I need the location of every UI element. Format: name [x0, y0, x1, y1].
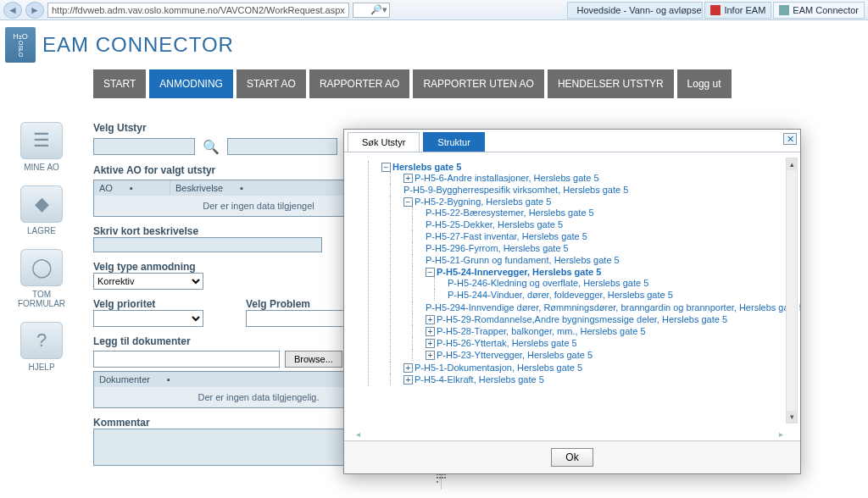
browser-bar: ◄ ► http://fdvweb.adm.vav.oslo.kommune.n… [0, 0, 868, 20]
scroll-down-icon[interactable]: ▾ [787, 411, 797, 423]
scroll-up-icon[interactable]: ▴ [787, 158, 797, 170]
expand-icon[interactable]: + [426, 339, 435, 348]
tree-node[interactable]: P-H5-244-Vinduer, dører, foldevegger, He… [448, 290, 673, 300]
address-bar[interactable]: http://fdvweb.adm.vav.oslo.kommune.no/VA… [47, 3, 349, 18]
tree-node[interactable]: P-H5-246-Kledning og overflate, Herslebs… [448, 278, 648, 288]
utstyr-desc-input[interactable] [227, 138, 337, 155]
nav-anmodning[interactable]: ANMODNING [149, 69, 233, 98]
search-icon: 🔎▾ [370, 4, 387, 15]
structure-dialog: Søk Utstyr Struktur ✕ −Herslebs gate 5 +… [343, 129, 801, 474]
list-icon: ☰ [20, 122, 63, 159]
tree-node[interactable]: P-H5-4-Elkraft, Herslebs gate 5 [415, 374, 544, 385]
tree-node[interactable]: P-H5-21-Grunn og fundament, Herslebs gat… [426, 255, 620, 265]
expand-icon[interactable]: + [426, 327, 435, 336]
tree-node-selected[interactable]: P-H5-24-Innervegger, Herslebs gate 5 [437, 267, 601, 277]
collapse-icon[interactable]: − [403, 197, 413, 207]
side-mine-ao[interactable]: ☰MINE AO [20, 122, 63, 172]
nav-forward-button[interactable]: ► [25, 2, 44, 19]
nav-hendelser[interactable]: HENDELSER UTSTYR [548, 69, 674, 98]
expand-icon[interactable]: + [403, 375, 413, 385]
favicon-icon [710, 5, 721, 15]
tab-sok-utstyr[interactable]: Søk Utstyr [348, 132, 420, 152]
expand-icon[interactable]: + [426, 351, 435, 360]
tree-node[interactable]: P-H5-29-Romdannelse,Andre bygningsmessig… [437, 314, 727, 324]
tree-node[interactable]: P-H5-2-Bygning, Herslebs gate 5 [415, 196, 551, 207]
beskrivelse-input[interactable] [93, 237, 322, 252]
main-nav: START ANMODNING START AO RAPPORTER AO RA… [93, 69, 732, 98]
url-text: http://fdvweb.adm.vav.oslo.kommune.no/VA… [52, 5, 345, 15]
side-tom-formular[interactable]: ◯TOM FORMULAR [18, 249, 65, 308]
collapse-icon[interactable]: − [426, 268, 435, 277]
tab-struktur[interactable]: Struktur [423, 132, 485, 152]
close-button[interactable]: ✕ [783, 133, 797, 145]
expand-icon[interactable]: + [403, 363, 413, 373]
scroll-right-icon[interactable]: ▸ [779, 429, 783, 438]
logo: H₂O OSLO [5, 27, 36, 63]
save-icon: ◆ [20, 185, 63, 223]
structure-tree: −Herslebs gate 5 +P-H5-6-Andre installas… [344, 152, 800, 440]
tree-node[interactable]: P-H5-22-Bæresystemer, Herslebs gate 5 [426, 208, 594, 218]
tree-node[interactable]: P-H5-27-Fast inventar, Herslebs gate 5 [426, 231, 587, 241]
sort-icon[interactable]: ▪ [240, 183, 243, 193]
utstyr-input[interactable] [93, 138, 195, 155]
collapse-icon[interactable]: − [381, 163, 391, 172]
tree-node[interactable]: P-H5-26-Yttertak, Herslebs gate 5 [437, 338, 577, 348]
type-select[interactable]: Korrektiv [93, 273, 203, 290]
expand-icon[interactable]: + [403, 174, 413, 183]
nav-back-button[interactable]: ◄ [3, 2, 22, 19]
side-hjelp[interactable]: ?HJELP [20, 322, 63, 372]
vertical-scrollbar[interactable]: ▴ ▾ [786, 158, 798, 423]
label-prioritet: Velg prioritet [93, 298, 220, 310]
tree-node[interactable]: P-H5-23-Yttervegger, Herslebs gate 5 [437, 350, 593, 360]
tree-node[interactable]: Herslebs gate 5 [392, 162, 461, 172]
tree-node[interactable]: P-H5-1-Dokumentasjon, Herslebs gate 5 [415, 362, 582, 373]
scroll-left-icon[interactable]: ◂ [356, 429, 360, 438]
nav-start[interactable]: START [93, 69, 146, 98]
browser-tab[interactable]: Infor EAM [704, 2, 771, 19]
search-icon[interactable]: 🔍 [200, 137, 222, 156]
app-title: EAM CONNECTOR [42, 33, 234, 57]
nav-start-ao[interactable]: START AO [236, 69, 306, 98]
nav-logg-ut[interactable]: Logg ut [677, 69, 732, 98]
browser-tabs: Hovedside - Vann- og avløpseta... Infor … [567, 2, 865, 19]
browser-tab[interactable]: EAM Connector [773, 2, 865, 19]
browser-tab[interactable]: Hovedside - Vann- og avløpseta... [567, 2, 703, 19]
side-lagre[interactable]: ◆LAGRE [20, 185, 63, 235]
nav-rapporter-ao[interactable]: RAPPORTER AO [309, 69, 409, 98]
left-toolbar: ☰MINE AO ◆LAGRE ◯TOM FORMULAR ?HJELP [12, 122, 71, 372]
dialog-tabs: Søk Utstyr Struktur ✕ [344, 130, 800, 152]
horizontal-scrollbar[interactable]: ◂ ▸ [356, 429, 783, 438]
prioritet-select[interactable] [93, 310, 203, 327]
expand-icon[interactable]: + [426, 315, 435, 324]
close-icon: ✕ [787, 134, 794, 145]
search-box[interactable]: 🔎▾ [353, 3, 390, 18]
reset-icon: ◯ [20, 249, 63, 286]
problem-select[interactable] [246, 310, 356, 327]
tree-node[interactable]: P-H5-9-Byggherrespesifik virksomhet, Her… [403, 185, 628, 195]
tree-node[interactable]: P-H5-28-Trapper, balkonger, mm., Hersleb… [437, 326, 646, 336]
tree-node[interactable]: P-H5-6-Andre installasjoner, Herslebs ga… [415, 173, 599, 183]
help-icon: ? [20, 322, 63, 359]
nav-rapporter-uten-ao[interactable]: RAPPORTER UTEN AO [413, 69, 543, 98]
sort-icon[interactable]: ▪ [130, 183, 133, 193]
tree-node[interactable]: P-H5-294-Innvendige dører, Rømmningsdøre… [426, 302, 800, 313]
browse-button[interactable]: Browse... [285, 351, 342, 368]
tree-node[interactable]: P-H5-296-Fyrrom, Herslebs gate 5 [426, 243, 569, 253]
file-input[interactable] [93, 351, 280, 368]
ok-button[interactable]: Ok [551, 448, 593, 467]
favicon-icon [779, 5, 789, 15]
tree-node[interactable]: P-H5-25-Dekker, Herslebs gate 5 [426, 219, 563, 230]
splitter-handle-icon[interactable] [437, 473, 447, 484]
sort-icon[interactable]: ▪ [167, 374, 170, 385]
